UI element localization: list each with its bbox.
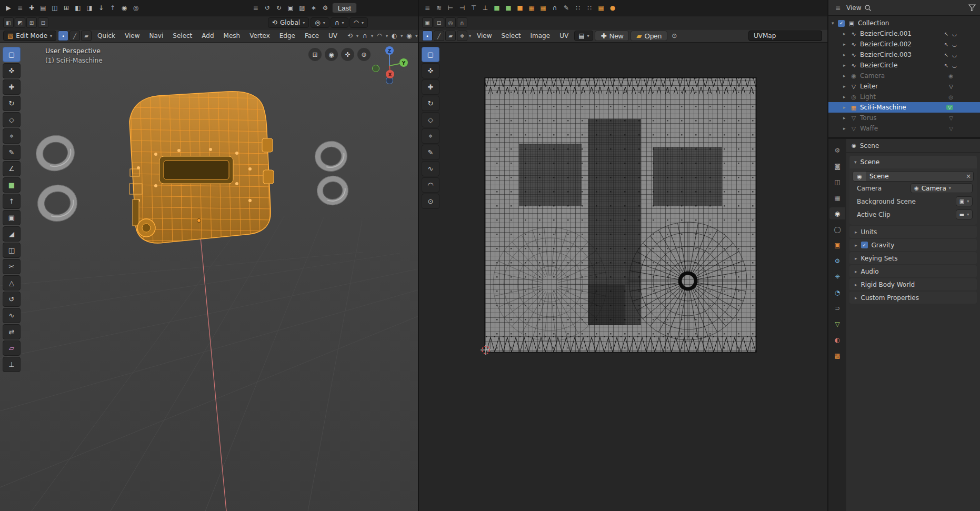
redo-icon[interactable]: ↻ <box>274 3 284 13</box>
tab-texture[interactable]: ▩ <box>829 349 845 362</box>
menu-quick[interactable]: Quick <box>93 31 119 41</box>
outliner-item[interactable]: ▸ ◎ Light ◎ <box>828 92 980 102</box>
loop-cut-tool[interactable]: ◫ <box>3 243 21 258</box>
mode-dropdown[interactable]: ▧ Edit Mode ▾ <box>3 31 56 41</box>
render-image-icon[interactable]: ◉ <box>119 3 129 13</box>
dock-right-icon[interactable]: ⊣ <box>457 3 467 13</box>
panel-header[interactable]: ▸ Audio <box>849 265 977 277</box>
inset-faces-tool[interactable]: ▣ <box>3 210 21 225</box>
uv-vertex-select-icon[interactable]: ∙ <box>422 31 433 41</box>
uv-face-select-icon[interactable]: ▰ <box>445 31 456 41</box>
open-file-icon[interactable]: ▤ <box>38 3 48 13</box>
expand-arrow-icon[interactable]: ▸ <box>843 126 849 131</box>
uv-island[interactable] <box>485 78 756 352</box>
uv-annotate-tool[interactable]: ✎ <box>422 145 439 160</box>
spin-tool[interactable]: ↺ <box>3 292 21 307</box>
uv-edge-select-icon[interactable]: ╱ <box>434 31 444 41</box>
search-icon[interactable] <box>864 4 872 12</box>
navigation-gizmo[interactable]: Z Y X <box>367 44 412 88</box>
snap-magnet-icon[interactable]: ∩ <box>359 31 370 41</box>
menu-face[interactable]: Face <box>301 31 323 41</box>
export-icon[interactable]: ↑ <box>107 3 118 13</box>
settings-gear-icon[interactable]: ⚙ <box>320 3 331 13</box>
tab-modifiers[interactable]: ⚙ <box>829 255 845 267</box>
save-copy-icon[interactable]: ⊞ <box>61 3 72 13</box>
transform-orientation-dropdown[interactable]: ⟲ Global ▾ <box>268 17 309 28</box>
tab-output[interactable]: ◫ <box>829 176 845 188</box>
shear-tool[interactable]: ▱ <box>3 340 21 356</box>
object-extra-icon[interactable]: ↖ <box>944 63 948 68</box>
dock-bottom-icon[interactable]: ⊥ <box>480 3 491 13</box>
save-file-icon[interactable]: ◫ <box>49 3 60 13</box>
last-operator-button[interactable]: Last <box>332 3 357 13</box>
uv-scale-tool[interactable]: ◇ <box>422 112 439 127</box>
sphere-icon[interactable]: ● <box>607 3 618 13</box>
object-extra-icon[interactable]: ▽ <box>949 126 953 132</box>
property-value-widget[interactable]: ▬ ▾ <box>956 209 973 219</box>
add-cube-tool[interactable]: ■ <box>3 177 21 193</box>
uv-menu-image[interactable]: Image <box>526 31 555 41</box>
object-extra-icon[interactable]: ◉ <box>948 73 953 79</box>
object-extra-icon[interactable]: ▽ <box>949 115 953 121</box>
expand-arrow-icon[interactable]: ▸ <box>843 84 849 89</box>
dock-left-icon[interactable]: ⊢ <box>445 3 456 13</box>
render-animation-icon[interactable]: ◎ <box>131 3 141 13</box>
tab-scene[interactable]: ◉ <box>829 207 845 219</box>
menu-vertex[interactable]: Vertex <box>245 31 274 41</box>
expand-arrow-icon[interactable]: ▸ <box>843 52 849 57</box>
annotate-tool[interactable]: ✎ <box>3 145 21 160</box>
transform-orientation-icon[interactable]: ⟲ <box>345 31 355 41</box>
pivot-point-widget[interactable]: ◎ ▾ <box>311 17 329 28</box>
gizmo-neg-y-ball[interactable] <box>373 65 379 72</box>
outliner-item[interactable]: ▸ ∿ BezierCircle.003 ↖ ◡ <box>828 49 980 60</box>
expand-arrow-icon[interactable]: ▸ <box>843 94 849 99</box>
uv-pin-tool[interactable]: ⊙ <box>422 194 439 209</box>
tab-particles[interactable]: ✳ <box>829 270 845 283</box>
shading-options-icon[interactable]: ⊟ <box>38 17 48 28</box>
unlink-icon[interactable]: × <box>964 173 973 180</box>
outliner-editor-type-icon[interactable]: ≡ <box>833 3 843 13</box>
uv-select-box-tool[interactable]: ▢ <box>422 47 439 62</box>
uv-menu-view[interactable]: View <box>473 31 496 41</box>
tab-view-layer[interactable]: ▦ <box>829 192 845 204</box>
outliner-collection-row[interactable]: ▾ ✓ ▣ Collection <box>828 18 980 28</box>
object-extra-icon[interactable]: ◎ <box>948 94 953 100</box>
object-extra-icon-2[interactable]: ◡ <box>952 52 957 58</box>
image-browse-widget[interactable]: ▤ ▾ <box>574 31 593 41</box>
rotate-tool[interactable]: ↻ <box>3 96 21 111</box>
dots-a-icon[interactable]: ∷ <box>573 3 583 13</box>
object-extra-icon[interactable]: ↖ <box>944 42 948 47</box>
object-extra-icon[interactable]: ▽ <box>949 84 953 89</box>
uv-grid-a-icon[interactable]: ▦ <box>526 3 537 13</box>
edge-slide-tool[interactable]: ⇄ <box>3 324 21 339</box>
cursor-tool[interactable]: ✜ <box>3 63 21 78</box>
vertex-select-icon[interactable]: ∙ <box>58 31 68 41</box>
face-select-icon[interactable]: ▰ <box>81 31 92 41</box>
editor-list-icon[interactable]: ≋ <box>434 3 444 13</box>
extrude-region-tool[interactable]: ↑ <box>3 194 21 209</box>
dock-top-icon[interactable]: ⊤ <box>468 3 479 13</box>
uv-relax-tool[interactable]: ◠ <box>422 177 439 193</box>
menu-edge[interactable]: Edge <box>275 31 299 41</box>
visibility-filter-icon[interactable]: ◐ <box>389 31 399 41</box>
show-overlays-toggle[interactable]: ◩ <box>15 17 25 28</box>
uv-menu-uv[interactable]: UV <box>555 31 573 41</box>
tab-material[interactable]: ◐ <box>829 334 845 346</box>
tab-constraints[interactable]: ⊃ <box>829 302 845 314</box>
edge-select-icon[interactable]: ╱ <box>69 31 80 41</box>
3d-viewport-canvas[interactable]: User Perspective (1) SciFi-Maschine ▢✜✚↻… <box>0 43 418 511</box>
tab-object[interactable]: ▣ <box>829 239 845 251</box>
uv-island-select-icon[interactable]: ❖ <box>457 31 467 41</box>
slot-c-icon[interactable]: ■ <box>515 3 525 13</box>
filter-funnel-icon[interactable] <box>968 4 976 11</box>
scifi-machine-mesh[interactable] <box>125 89 274 249</box>
expand-arrow-icon[interactable]: ▾ <box>832 21 838 26</box>
uv-map-name-field[interactable]: UVMap <box>748 31 822 41</box>
uv-grab-tool[interactable]: ∿ <box>422 161 439 176</box>
snap-widget[interactable]: ∩ ▾ <box>331 17 348 28</box>
tab-physics[interactable]: ◔ <box>829 286 845 298</box>
paste-icon[interactable]: ▨ <box>297 3 307 13</box>
tab-render[interactable]: ◙ <box>829 160 845 172</box>
property-value-widget[interactable]: ◉ Camera ▾ <box>911 183 973 193</box>
panel-header[interactable]: ▸ Keying Sets <box>849 252 977 264</box>
